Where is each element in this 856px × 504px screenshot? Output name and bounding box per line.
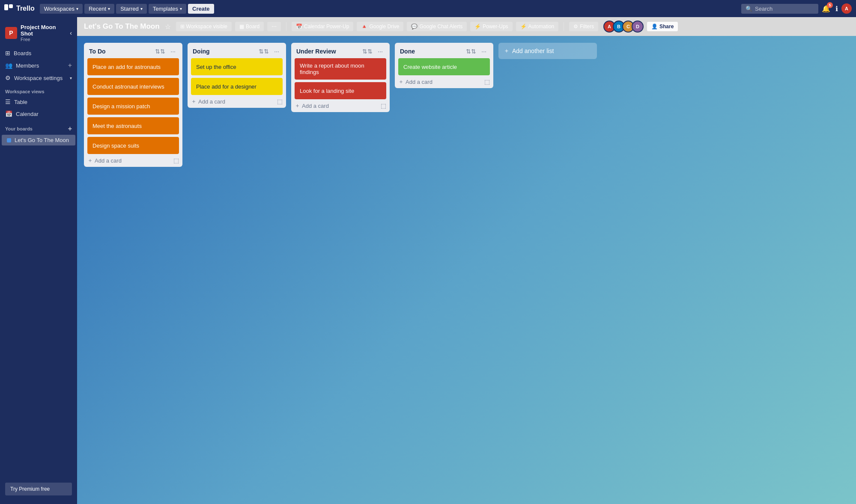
list-title: Under Review [296, 48, 361, 55]
list-header-actions: ⇅⇅ ··· [361, 47, 385, 56]
board-header: Let's Go To The Moon ☆ ⊞ Workspace visib… [77, 17, 856, 36]
list-header: Under Review ⇅⇅ ··· [291, 43, 390, 58]
board-canvas: To Do ⇅⇅ ··· Place an add for astronauts… [77, 36, 856, 504]
sidebar-item-settings[interactable]: ⚙ Workspace settings ▾ [0, 72, 77, 84]
add-card-button[interactable]: ＋ Add a card [291, 99, 379, 112]
google-drive-button[interactable]: 🔺 Google Drive [357, 22, 403, 31]
starred-menu-button[interactable]: Starred ▾ [116, 4, 147, 14]
board-view-icon: ▦ [239, 24, 244, 30]
sidebar-footer: Try Premium free [0, 477, 77, 501]
sidebar-item-members[interactable]: 👥 Members + [0, 59, 77, 72]
brand-logo[interactable]: Trello [3, 3, 35, 14]
info-button[interactable]: ℹ [834, 3, 840, 15]
try-premium-button[interactable]: Try Premium free [5, 483, 72, 495]
board-area: Let's Go To The Moon ☆ ⊞ Workspace visib… [77, 17, 856, 504]
list-menu-button[interactable]: ··· [169, 47, 177, 56]
add-list-inner-button[interactable]: ＋ Add another list [504, 47, 592, 55]
list-title: To Do [89, 48, 153, 55]
sidebar-item-label: Calendar [16, 111, 39, 117]
add-board-icon[interactable]: + [68, 125, 72, 133]
add-from-template-button[interactable]: ⬚ [275, 97, 284, 106]
list-sort-button[interactable]: ⇅⇅ [361, 47, 374, 56]
add-card-button[interactable]: ＋ Add a card [188, 95, 275, 108]
google-chat-button[interactable]: 💬 Google Chat Alerts [407, 22, 467, 31]
star-board-button[interactable]: ☆ [163, 21, 173, 33]
automation-icon: ⚡ [520, 24, 527, 30]
add-card-button[interactable]: ＋ Add a card [395, 75, 483, 88]
sidebar-item-calendar[interactable]: 📅 Calendar [0, 108, 77, 120]
add-card-label: Add a card [95, 157, 122, 164]
sidebar-item-label: Workspace settings [14, 75, 63, 81]
divider [564, 22, 564, 31]
card[interactable]: Meet the astronauts ✏ [87, 117, 179, 134]
board-member-avatars: A B C D [603, 21, 644, 33]
chevron-down-icon: ▾ [108, 6, 110, 11]
member-avatar-4[interactable]: D [632, 21, 644, 33]
list-cards: Place an add for astronauts ✏ Conduct as… [84, 58, 182, 154]
add-list-button[interactable]: ＋ Add another list [498, 43, 597, 59]
list-menu-button[interactable]: ··· [376, 47, 385, 56]
search-icon: 🔍 [746, 6, 752, 12]
svg-rect-1 [9, 4, 13, 8]
chevron-down-icon: ▾ [180, 6, 182, 11]
sidebar-board-label: Let's Go To The Moon [15, 137, 69, 143]
list-header-actions: ⇅⇅ ··· [464, 47, 488, 56]
add-card-button[interactable]: ＋ Add a card [84, 154, 172, 167]
avatar[interactable]: A [841, 3, 853, 15]
list-sort-button[interactable]: ⇅⇅ [257, 47, 271, 56]
customize-button[interactable]: ⋯ [267, 22, 281, 31]
workspace-visibility-button[interactable]: ⊞ Workspace visible [176, 22, 232, 31]
list-header: Doing ⇅⇅ ··· [188, 43, 286, 58]
add-from-template-button[interactable]: ⬚ [379, 101, 388, 110]
collapse-sidebar-button[interactable]: ‹ [70, 30, 72, 36]
sidebar: P Project Moon Shot Free ‹ ⊞ Boards 👥 Me… [0, 17, 77, 504]
search-input[interactable] [755, 6, 815, 12]
templates-menu-button[interactable]: Templates ▾ [149, 4, 186, 14]
google-drive-icon: 🔺 [361, 24, 367, 30]
brand-name: Trello [16, 5, 35, 12]
recent-menu-button[interactable]: Recent ▾ [84, 4, 114, 14]
card-text: Create website article [403, 64, 457, 70]
powerups-button[interactable]: ⚡ Power-Ups [470, 22, 512, 31]
sidebar-item-label: Table [14, 99, 27, 105]
list-cards: Create website article ✏ [395, 58, 493, 75]
chevron-down-icon: ▾ [140, 6, 143, 11]
add-from-template-button[interactable]: ⬚ [172, 156, 181, 165]
automation-button[interactable]: ⚡ Automation [516, 22, 559, 31]
top-navigation: Trello Workspaces ▾ Recent ▾ Starred ▾ T… [0, 0, 856, 17]
add-card-label: Add a card [302, 103, 329, 109]
board-view-button[interactable]: ▦ Board [235, 22, 264, 31]
card[interactable]: Conduct astronaut interviews ✏ [87, 78, 179, 95]
board-title: Let's Go To The Moon [84, 22, 160, 31]
add-from-template-button[interactable]: ⬚ [483, 77, 492, 86]
card[interactable]: Place add for a designer ✏ [191, 78, 283, 95]
card[interactable]: Place an add for astronauts ✏ [87, 58, 179, 75]
create-button[interactable]: Create [188, 4, 214, 14]
add-card-label: Add a card [406, 79, 432, 85]
card[interactable]: Design a mission patch ✏ [87, 98, 179, 115]
list-sort-button[interactable]: ⇅⇅ [464, 47, 478, 56]
workspaces-menu-button[interactable]: Workspaces ▾ [40, 4, 83, 14]
sidebar-item-boards[interactable]: ⊞ Boards [0, 47, 77, 59]
list-sort-button[interactable]: ⇅⇅ [153, 47, 167, 56]
sidebar-board-item-lets-go[interactable]: Let's Go To The Moon [2, 135, 75, 145]
list-menu-button[interactable]: ··· [272, 47, 281, 56]
filters-button[interactable]: ⚙ Filters [569, 22, 598, 31]
card-text: Design space suits [92, 142, 139, 149]
share-button[interactable]: 👤 Share [647, 22, 678, 31]
list-header-actions: ⇅⇅ ··· [153, 47, 177, 56]
card[interactable]: Create website article ✏ [398, 58, 490, 75]
card[interactable]: Design space suits ✏ [87, 137, 179, 154]
list-menu-button[interactable]: ··· [480, 47, 488, 56]
card[interactable]: Write a report about moon findings ✏ [295, 58, 386, 80]
sidebar-item-table[interactable]: ☰ Table [0, 96, 77, 108]
list-todo: To Do ⇅⇅ ··· Place an add for astronauts… [84, 43, 182, 167]
calendar-powerup-button[interactable]: 📅 Calendar Power-Up [292, 22, 353, 31]
card[interactable]: Look for a landing site ✏ [295, 82, 386, 99]
notification-button[interactable]: 🔔 5 [820, 3, 832, 15]
list-header: To Do ⇅⇅ ··· [84, 43, 182, 58]
card-text: Set up the office [196, 64, 236, 70]
your-boards-section: Your boards + [0, 120, 77, 134]
list-done: Done ⇅⇅ ··· Create website article ✏ ＋ A… [395, 43, 493, 88]
card[interactable]: Set up the office ✏ [191, 58, 283, 75]
